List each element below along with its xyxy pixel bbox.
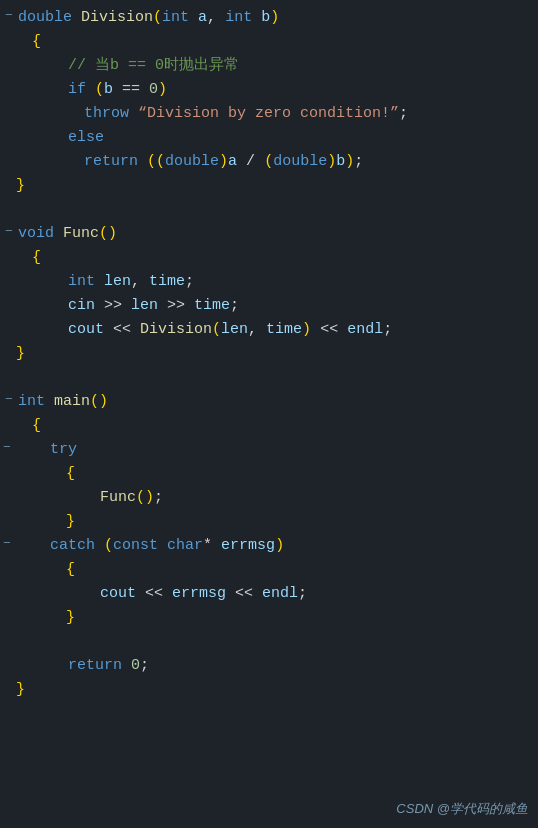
fold-gutter bbox=[0, 678, 14, 681]
line-content: cout << Division(len, time) << endl; bbox=[30, 318, 538, 342]
fold-gutter bbox=[0, 246, 14, 249]
code-line: { bbox=[0, 246, 538, 270]
line-content: { bbox=[46, 558, 538, 582]
fold-icon[interactable]: − bbox=[3, 537, 11, 550]
line-content: { bbox=[30, 246, 538, 270]
code-line: − void Func() bbox=[0, 222, 538, 246]
line-content: Func(); bbox=[62, 486, 538, 510]
line-content: return ((double)a / (double)b); bbox=[46, 150, 538, 174]
code-line bbox=[0, 630, 538, 654]
fold-gutter bbox=[0, 54, 14, 57]
fold-gutter bbox=[0, 102, 14, 105]
code-line: Func(); bbox=[0, 486, 538, 510]
line-content: return 0; bbox=[30, 654, 538, 678]
code-line: return 0; bbox=[0, 654, 538, 678]
fold-gutter bbox=[0, 198, 14, 201]
fold-icon[interactable]: − bbox=[5, 225, 13, 238]
fold-gutter bbox=[0, 630, 14, 633]
fold-gutter[interactable]: − bbox=[2, 6, 16, 22]
line-content: catch (const char* errmsg) bbox=[30, 534, 538, 558]
line-content: try bbox=[30, 438, 538, 462]
fold-gutter bbox=[0, 558, 14, 561]
fold-gutter bbox=[0, 342, 14, 345]
fold-gutter bbox=[0, 510, 14, 513]
line-content: } bbox=[14, 342, 538, 366]
line-content: if (b == 0) bbox=[30, 78, 538, 102]
code-line: } bbox=[0, 606, 538, 630]
line-content: { bbox=[30, 30, 538, 54]
fold-gutter bbox=[0, 486, 14, 489]
code-line: { bbox=[0, 558, 538, 582]
code-editor: − double Division(int a, int b) { // 当b … bbox=[0, 0, 538, 828]
code-line: } bbox=[0, 510, 538, 534]
code-line: cout << errmsg << endl; bbox=[0, 582, 538, 606]
code-line: } bbox=[0, 174, 538, 198]
line-content: { bbox=[46, 462, 538, 486]
line-content: } bbox=[46, 606, 538, 630]
fold-icon[interactable]: − bbox=[5, 393, 13, 406]
line-content: } bbox=[46, 510, 538, 534]
fold-gutter bbox=[0, 270, 14, 273]
fold-gutter bbox=[0, 318, 14, 321]
fold-gutter bbox=[0, 78, 14, 81]
code-line: if (b == 0) bbox=[0, 78, 538, 102]
fold-gutter bbox=[0, 366, 14, 369]
line-content bbox=[14, 366, 538, 390]
line-content: void Func() bbox=[16, 222, 538, 246]
fold-gutter bbox=[0, 462, 14, 465]
code-line: } bbox=[0, 678, 538, 702]
code-line bbox=[0, 366, 538, 390]
fold-icon[interactable]: − bbox=[3, 441, 11, 454]
fold-gutter bbox=[0, 150, 14, 153]
fold-icon[interactable]: − bbox=[5, 9, 13, 22]
code-line: { bbox=[0, 414, 538, 438]
line-content bbox=[30, 630, 538, 654]
code-line: { bbox=[0, 462, 538, 486]
fold-gutter bbox=[0, 606, 14, 609]
code-line: { bbox=[0, 30, 538, 54]
fold-gutter bbox=[0, 582, 14, 585]
code-line bbox=[0, 198, 538, 222]
line-content: double Division(int a, int b) bbox=[16, 6, 538, 30]
line-content: cout << errmsg << endl; bbox=[62, 582, 538, 606]
code-line: else bbox=[0, 126, 538, 150]
code-line: int len, time; bbox=[0, 270, 538, 294]
fold-gutter bbox=[0, 294, 14, 297]
fold-gutter bbox=[0, 654, 14, 657]
line-content: throw “Division by zero condition!”; bbox=[46, 102, 538, 126]
code-line: cout << Division(len, time) << endl; bbox=[0, 318, 538, 342]
code-line: throw “Division by zero condition!”; bbox=[0, 102, 538, 126]
fold-gutter[interactable]: − bbox=[2, 390, 16, 406]
line-content: } bbox=[14, 174, 538, 198]
line-content bbox=[14, 198, 538, 222]
code-line: } bbox=[0, 342, 538, 366]
line-content: } bbox=[14, 678, 538, 702]
code-line: cin >> len >> time; bbox=[0, 294, 538, 318]
code-line: − catch (const char* errmsg) bbox=[0, 534, 538, 558]
line-content: // 当b == 0时抛出异常 bbox=[30, 54, 538, 78]
code-line: − int main() bbox=[0, 390, 538, 414]
line-content: int main() bbox=[16, 390, 538, 414]
fold-gutter bbox=[0, 30, 14, 33]
code-line: return ((double)a / (double)b); bbox=[0, 150, 538, 174]
line-content: else bbox=[30, 126, 538, 150]
code-line: − try bbox=[0, 438, 538, 462]
line-content: { bbox=[30, 414, 538, 438]
code-line: // 当b == 0时抛出异常 bbox=[0, 54, 538, 78]
watermark: CSDN @学代码的咸鱼 bbox=[396, 799, 528, 820]
fold-gutter bbox=[0, 126, 14, 129]
line-content: int len, time; bbox=[30, 270, 538, 294]
code-line: − double Division(int a, int b) bbox=[0, 6, 538, 30]
line-content: cin >> len >> time; bbox=[30, 294, 538, 318]
fold-gutter[interactable]: − bbox=[0, 534, 14, 550]
fold-gutter[interactable]: − bbox=[0, 438, 14, 454]
fold-gutter bbox=[0, 414, 14, 417]
fold-gutter bbox=[0, 174, 14, 177]
fold-gutter[interactable]: − bbox=[2, 222, 16, 238]
